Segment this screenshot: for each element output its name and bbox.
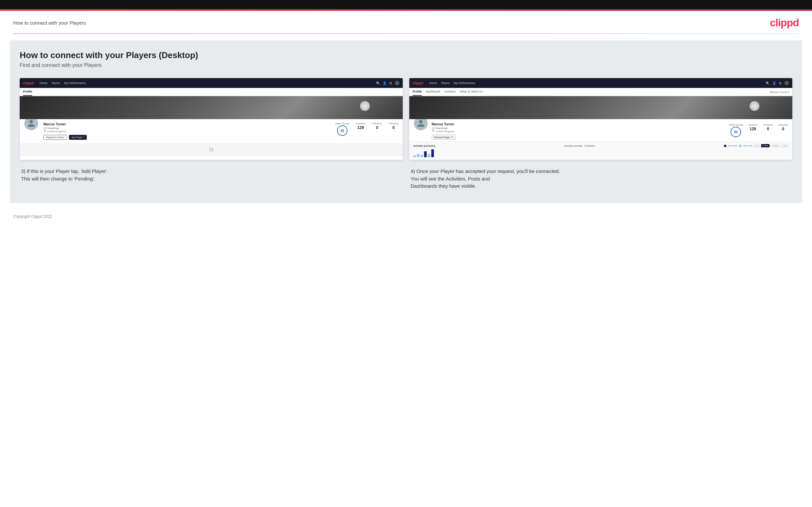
legend-off-course-label: Off course — [743, 145, 753, 147]
profile-info-left: Marcus Turner 1-5 Handicap 📍 United King… — [43, 122, 331, 140]
activity-period: Monthly Activity · 6 Months — [564, 145, 595, 147]
bar-6 — [431, 149, 434, 157]
top-bar — [0, 0, 812, 9]
add-player-btn[interactable]: Add Player + — [69, 135, 87, 140]
mock-logo-right: clippd — [413, 81, 423, 85]
search-icon-right[interactable]: 🔍 — [766, 81, 770, 85]
player-location-left: 📍 United Kingdom — [43, 130, 331, 133]
search-icon-left[interactable]: 🔍 — [376, 81, 380, 85]
hero-right — [409, 96, 792, 119]
player-location-right: 📍 United Kingdom — [432, 130, 725, 133]
user-icon-right[interactable]: 👤 — [772, 81, 776, 85]
stat-following-right: Following 0 — [778, 124, 789, 131]
player-handicap-left: 1-5 Handicap — [43, 127, 331, 130]
activity-header: Activity Summary Monthly Activity · 6 Mo… — [413, 144, 789, 147]
mock-nav-home-right[interactable]: Home — [429, 81, 437, 84]
tab-profile-left[interactable]: Profile — [23, 88, 32, 96]
page-title: How to connect with your Players (Deskto… — [20, 50, 792, 60]
mock-nav-performance-left[interactable]: My Performance — [64, 81, 86, 84]
remove-player-btn[interactable]: Remove Player ✕ — [432, 134, 456, 140]
mock-nav-performance-right[interactable]: My Performance — [454, 81, 475, 84]
header: How to connect with your Players clippd — [0, 11, 812, 34]
descriptions-row: 3) If this is your Player tap, 'Add Play… — [20, 168, 792, 190]
period-3mths-btn[interactable]: 3 mths — [771, 144, 779, 147]
user-icon-left[interactable]: 👤 — [383, 81, 387, 85]
tab-dashboard-right[interactable]: Dashboard — [426, 88, 440, 96]
desc-left: 3) If this is your Player tap, 'Add Play… — [20, 168, 403, 190]
hero-circle-left — [360, 101, 370, 111]
screenshots-row: clippd Home Teams My Performance 🔍 👤 ⚙ P… — [20, 78, 792, 160]
hero-circle-right — [750, 101, 759, 111]
mock-nav-icons-right: 🔍 👤 ⚙ — [766, 81, 789, 85]
header-divider — [13, 34, 799, 34]
bar-4 — [424, 151, 427, 157]
mock-tabs-left: Profile — [20, 88, 403, 96]
player-stats-left: Player Quality 92 Activities 129 Followe… — [335, 122, 399, 136]
profile-info-right: Marcus Turner 1-5 Handicap 📍 United King… — [432, 122, 725, 140]
clippd-logo: clippd — [770, 17, 799, 29]
legend-on-course — [724, 145, 726, 147]
tab-whatto-right[interactable]: What To Work On — [460, 88, 483, 96]
quality-left: Player Quality 92 — [335, 122, 350, 136]
bar-2 — [417, 154, 419, 157]
player-name-right: Marcus Turner — [432, 122, 725, 126]
activity-legend: On course Off course — [724, 145, 753, 147]
quality-right: Player Quality 92 — [728, 124, 743, 137]
page-subtitle: Find and connect with your Players — [20, 62, 792, 68]
activity-title: Activity Summary — [413, 145, 436, 147]
mock-nav-teams-right[interactable]: Teams — [441, 81, 450, 84]
stat-followers-left: Followers 0 — [372, 122, 383, 130]
stat-activities-left: Activities 129 — [355, 122, 366, 130]
screenshot-left: clippd Home Teams My Performance 🔍 👤 ⚙ P… — [20, 78, 403, 160]
settings-icon-right[interactable]: ⚙ — [779, 81, 782, 85]
bar-chart — [413, 149, 789, 157]
copyright-text: Copyright Clippd 2022 — [13, 214, 52, 219]
quality-circle-left: 92 — [337, 125, 348, 136]
period-1mth-btn[interactable]: 1 mth — [781, 144, 789, 147]
remove-x-icon: ✕ — [451, 136, 453, 138]
stat-followers-right: Followers 0 — [763, 124, 773, 131]
quality-circle-right: 92 — [730, 127, 741, 137]
stat-activities-right: Activities 129 — [748, 124, 758, 131]
player-stats-right: Player Quality 92 Activities 129 Followe… — [728, 124, 789, 137]
activity-summary: Activity Summary Monthly Activity · 6 Mo… — [409, 141, 792, 160]
tab-user-label-right[interactable]: Marcus Turner ▾ — [770, 91, 789, 94]
hero-left — [20, 96, 403, 119]
profile-right: Marcus Turner 1-5 Handicap 📍 United King… — [409, 119, 792, 141]
player-handicap-right: 1-5 Handicap — [432, 127, 725, 130]
period-1yr-btn[interactable]: 1 yr — [754, 144, 760, 147]
avatar-left[interactable] — [395, 81, 399, 85]
footer: Copyright Clippd 2022 — [0, 210, 812, 223]
activity-controls: On course Off course 1 yr 6 mths 3 mths … — [724, 144, 789, 147]
desc-left-text: 3) If this is your Player tap, 'Add Play… — [21, 168, 401, 182]
legend-off-course — [739, 145, 742, 147]
player-buttons-left: Request to Follow Add Player + — [43, 135, 331, 140]
bar-1 — [413, 155, 416, 157]
mock-nav-icons-left: 🔍 👤 ⚙ — [376, 81, 399, 85]
player-name-left: Marcus Turner — [43, 122, 331, 126]
main-content: How to connect with your Players (Deskto… — [10, 40, 802, 203]
header-title: How to connect with your Players — [13, 20, 86, 25]
mock-nav-teams-left[interactable]: Teams — [51, 81, 60, 84]
desc-right-text: 4) Once your Player has accepted your re… — [411, 168, 791, 190]
stat-following-left: Following 0 — [388, 122, 399, 130]
link-icon-left: ⛓ — [209, 147, 213, 152]
request-follow-btn[interactable]: Request to Follow — [43, 135, 67, 140]
tab-activities-right[interactable]: Activities — [444, 88, 456, 96]
mock-nav-home-left[interactable]: Home — [39, 81, 47, 84]
mock-nav-right: clippd Home Teams My Performance 🔍 👤 ⚙ — [409, 78, 792, 88]
bar-3 — [420, 155, 423, 157]
tab-profile-right[interactable]: Profile — [413, 88, 422, 96]
desc-right: 4) Once your Player has accepted your re… — [409, 168, 792, 190]
settings-icon-left[interactable]: ⚙ — [389, 81, 392, 85]
location-icon-left: 📍 — [43, 130, 47, 133]
scroll-area-left: ⛓ — [20, 143, 403, 156]
remove-btn-wrapper: Remove Player ✕ — [432, 134, 725, 140]
legend-on-course-label: On course — [728, 145, 738, 147]
mock-tabs-right: Profile Dashboard Activities What To Wor… — [409, 88, 792, 96]
period-6mths-btn[interactable]: 6 mths — [761, 144, 770, 147]
mock-logo-left: clippd — [23, 81, 34, 85]
location-icon-right: 📍 — [432, 130, 435, 133]
bar-5 — [428, 154, 430, 157]
avatar-right[interactable] — [784, 81, 789, 85]
